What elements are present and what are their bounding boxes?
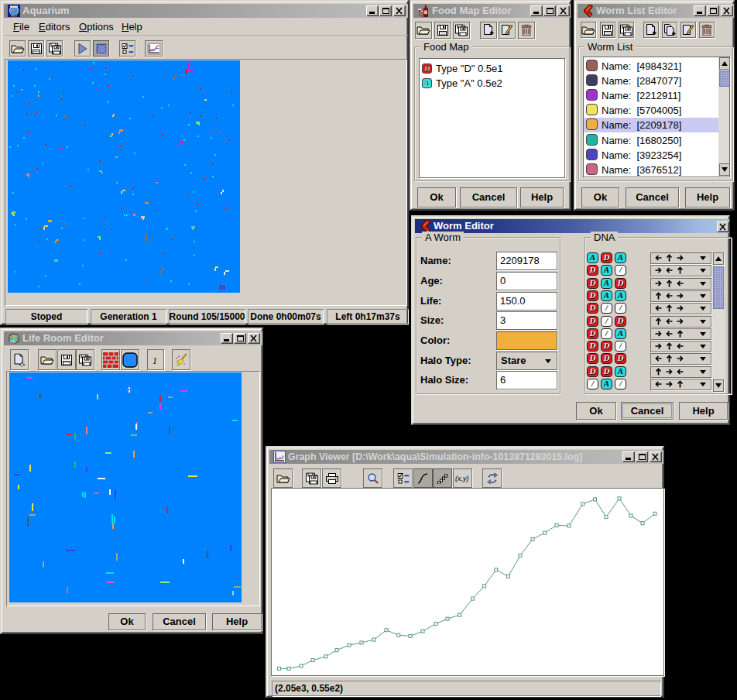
svg-text:A: A <box>423 79 430 88</box>
svg-text:D: D <box>423 64 430 73</box>
svg-text:1: 1 <box>153 355 157 365</box>
svg-text:(x,y): (x,y) <box>455 475 469 482</box>
